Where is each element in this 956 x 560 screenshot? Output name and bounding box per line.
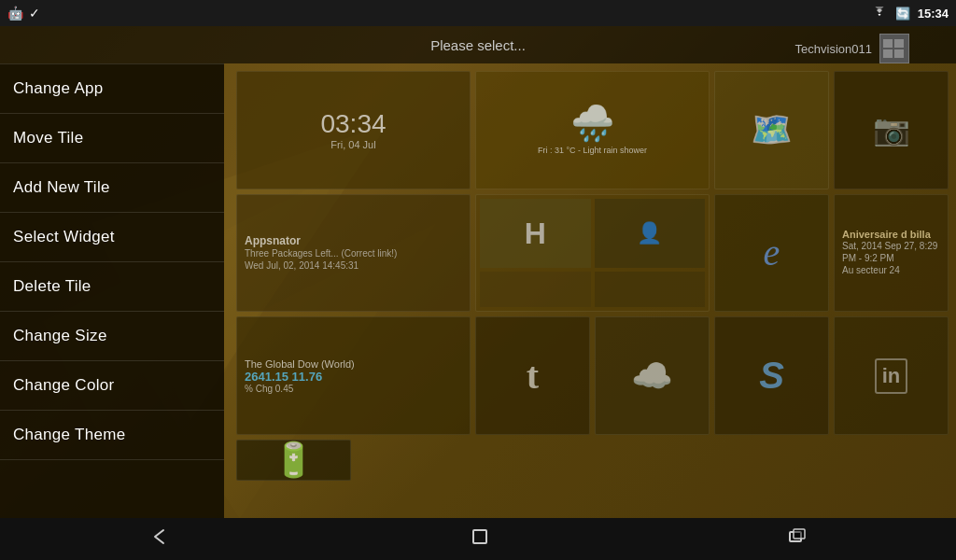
stock-name: The Global Dow (World) bbox=[245, 358, 355, 370]
h-icon: H bbox=[480, 199, 591, 269]
map-icon: 🗺️ bbox=[751, 110, 793, 149]
ie-tile[interactable]: e bbox=[714, 194, 829, 313]
sidebar-item-change-app[interactable]: Change App bbox=[0, 63, 224, 114]
photo-tile[interactable]: H 👤 bbox=[475, 194, 710, 313]
notification-icon: ✓ bbox=[29, 6, 40, 21]
weather-cloud-icon: 🌧️ bbox=[570, 103, 614, 144]
camera-icon: 📷 bbox=[873, 112, 910, 147]
svg-rect-7 bbox=[473, 530, 486, 543]
recents-button[interactable] bbox=[769, 520, 825, 558]
tumblr-icon: t bbox=[527, 354, 539, 398]
photo-placeholder: H 👤 bbox=[476, 195, 709, 312]
tumblr-tile[interactable]: t bbox=[475, 316, 590, 435]
weather-condition: Fri : 31 °C - Light rain shower bbox=[536, 144, 649, 157]
svg-rect-9 bbox=[794, 529, 805, 539]
stock-tile[interactable]: The Global Dow (World) 2641.15 11.76 % C… bbox=[236, 316, 471, 435]
appsnator-tile[interactable]: Appsnator Three Packages Left... (Correc… bbox=[236, 194, 471, 313]
people-icon: 👤 bbox=[595, 199, 706, 269]
svg-rect-3 bbox=[883, 39, 893, 48]
wifi-icon bbox=[871, 7, 888, 21]
user-avatar bbox=[879, 34, 909, 63]
home-button[interactable] bbox=[451, 519, 509, 559]
clock-tile[interactable]: 03:34 Fri, 04 Jul bbox=[236, 71, 471, 189]
appsnator-title: Appsnator bbox=[245, 234, 301, 247]
status-right-icons: 🔄 15:34 bbox=[871, 7, 949, 21]
stock-change: % Chg 0.45 bbox=[245, 384, 293, 394]
stock-value: 2641.15 11.76 bbox=[245, 370, 322, 384]
sidebar-item-delete-tile[interactable]: Delete Tile bbox=[0, 262, 224, 312]
sidebar-item-add-new-tile[interactable]: Add New Tile bbox=[0, 163, 224, 213]
sidebar-item-change-color[interactable]: Change Color bbox=[0, 361, 224, 411]
skype-tile[interactable]: S bbox=[714, 316, 829, 435]
linkedin-tile[interactable]: in bbox=[834, 316, 949, 435]
calendar-title: Aniversaire d billa bbox=[842, 229, 931, 240]
ie-icon: e bbox=[764, 231, 780, 274]
appsnator-date: Wed Jul, 02, 2014 14:45:31 bbox=[245, 259, 358, 272]
battery-tile[interactable]: 🔋 bbox=[236, 440, 351, 481]
svg-rect-4 bbox=[894, 39, 904, 48]
skype-icon: S bbox=[759, 355, 784, 397]
tile-sub2 bbox=[595, 272, 706, 307]
sync-icon: 🔄 bbox=[895, 7, 910, 21]
sidebar-item-select-widget[interactable]: Select Widget bbox=[0, 213, 224, 262]
username-label: Techvision011 bbox=[795, 42, 872, 56]
nav-bar bbox=[0, 518, 956, 560]
calendar-date: Sat, 2014 Sep 27, 8:29 PM - 9:2 PM bbox=[842, 240, 940, 264]
battery-icon: 🔋 bbox=[273, 441, 315, 480]
user-info: Techvision011 bbox=[795, 34, 909, 63]
camera-tile[interactable]: 📷 bbox=[834, 71, 949, 189]
back-button[interactable] bbox=[131, 520, 190, 558]
calendar-tile[interactable]: Aniversaire d billa Sat, 2014 Sep 27, 8:… bbox=[834, 194, 949, 313]
sidebar-item-change-theme[interactable]: Change Theme bbox=[0, 411, 224, 460]
cloud-tile[interactable]: ☁️ bbox=[595, 316, 710, 435]
tiles-grid: 03:34 Fri, 04 Jul 🌧️ Fri : 31 °C - Light… bbox=[229, 63, 956, 488]
map-tile[interactable]: 🗺️ bbox=[714, 71, 829, 189]
sidebar-item-change-size[interactable]: Change Size bbox=[0, 312, 224, 361]
tile-sub1 bbox=[480, 272, 591, 307]
time-display: 15:34 bbox=[918, 7, 949, 21]
top-bar-title: Please select... bbox=[430, 37, 526, 53]
sidebar-menu: Change App Move Tile Add New Tile Select… bbox=[0, 63, 224, 530]
status-bar: 🤖 ✓ 🔄 15:34 bbox=[0, 0, 956, 26]
weather-tile[interactable]: 🌧️ Fri : 31 °C - Light rain shower bbox=[475, 71, 710, 189]
calendar-location: Au secteur 24 bbox=[842, 264, 900, 276]
sidebar-item-move-tile[interactable]: Move Tile bbox=[0, 114, 224, 163]
svg-rect-5 bbox=[883, 49, 893, 58]
cloud-icon: ☁️ bbox=[631, 357, 673, 396]
svg-rect-6 bbox=[894, 49, 904, 58]
android-icon: 🤖 bbox=[7, 6, 23, 21]
clock-time: 03:34 bbox=[320, 109, 386, 139]
main-background: Please select... Techvision011 Change Ap… bbox=[0, 26, 956, 530]
status-left-icons: 🤖 ✓ bbox=[7, 6, 40, 21]
appsnator-body: Three Packages Left... (Correct link!) bbox=[245, 247, 397, 259]
linkedin-icon: in bbox=[875, 358, 908, 394]
clock-date: Fri, 04 Jul bbox=[330, 139, 375, 150]
